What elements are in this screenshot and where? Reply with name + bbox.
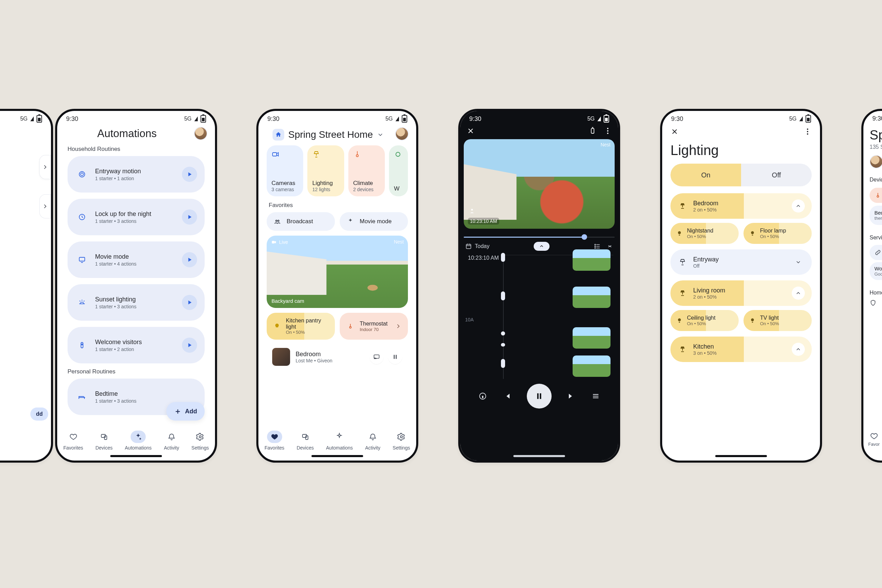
phone-partial-right: 9:30 Sp 135 S Device Bed ther Servic (861, 109, 882, 463)
page-title: Automations (65, 128, 189, 140)
play-icon[interactable] (182, 167, 197, 182)
routine-welcome[interactable]: Welcome visitors1 starter • 2 action (68, 327, 205, 363)
edge-left-add[interactable]: dd (36, 411, 43, 417)
light-floorlamp[interactable]: Floor lampOn • 50% (744, 223, 812, 244)
svg-rect-15 (272, 241, 274, 243)
tab-settings[interactable]: Settings (393, 430, 410, 450)
bulb-icon (273, 322, 281, 331)
more-icon[interactable] (804, 128, 812, 136)
routine-lockup[interactable]: Lock up for the night1 starter • 3 actio… (68, 199, 205, 235)
condense-icon[interactable] (606, 243, 613, 250)
camera-tile[interactable]: Live Nest Backyard cam (267, 236, 408, 308)
play-icon[interactable] (182, 209, 197, 225)
svg-point-12 (396, 152, 400, 156)
tab-activity[interactable]: Activity (164, 430, 179, 450)
gesture-bar (513, 455, 565, 457)
group-livingroom[interactable]: Living room2 on • 50% (670, 280, 812, 306)
tab-activity[interactable]: Activity (365, 430, 380, 450)
media-card[interactable]: BedroomLost Me • Giveon (267, 345, 408, 369)
cast-icon[interactable] (369, 350, 384, 364)
signal-icon (194, 116, 198, 121)
svg-point-2 (79, 171, 85, 177)
home-title[interactable]: Spring Street Home (288, 129, 373, 140)
svg-point-42 (751, 231, 754, 234)
menu-icon[interactable] (591, 392, 600, 400)
svg-rect-18 (394, 355, 395, 359)
date-picker[interactable]: Today (465, 243, 490, 250)
light-tv[interactable]: TV lightOn • 50% (744, 310, 812, 331)
lamp-icon (677, 288, 688, 298)
avatar[interactable] (395, 127, 409, 141)
scrubber[interactable] (464, 231, 615, 238)
tab-automations[interactable]: Automations (326, 430, 353, 450)
close-icon[interactable] (670, 128, 679, 136)
chip-climate[interactable]: Climate2 devices (348, 146, 385, 196)
add-button[interactable]: ＋Add (166, 402, 205, 421)
album-art (272, 348, 290, 366)
tab-devices[interactable]: Devices (297, 430, 314, 450)
routine-sunset[interactable]: Sunset lighting1 starter • 3 actions (68, 284, 205, 321)
info-icon[interactable] (478, 392, 487, 400)
group-entryway[interactable]: EntrywayOff (670, 249, 812, 275)
status-right: 5G (184, 115, 206, 123)
chevron-up-icon[interactable] (792, 343, 805, 356)
gesture-bar (312, 455, 363, 457)
routine-movie[interactable]: Movie mode1 starter • 4 actions (68, 242, 205, 278)
heart-icon[interactable] (870, 432, 878, 440)
group-bedroom[interactable]: Bedroom2 on • 50% (670, 193, 812, 219)
timeline-thumb-4[interactable] (573, 356, 610, 377)
bulb-icon (749, 230, 756, 237)
routine-entryway[interactable]: Entryway motion1 starter • 1 action (68, 156, 205, 192)
segment-off[interactable]: Off (741, 164, 812, 186)
collapse-toggle[interactable] (534, 242, 549, 251)
doorbell-icon (75, 338, 89, 352)
tab-devices[interactable]: Devices (95, 430, 112, 450)
video-player[interactable]: Nest 10:23:10 AM (464, 139, 615, 229)
avatar[interactable] (194, 127, 207, 140)
battery-saver-icon[interactable] (588, 127, 597, 135)
camera-icon (272, 150, 280, 159)
avatar[interactable] (870, 155, 882, 168)
nest-label: Nest (394, 239, 404, 244)
chip-lighting[interactable]: Lighting12 lights (308, 146, 344, 196)
tab-automations[interactable]: Automations (125, 430, 152, 450)
svg-point-25 (607, 130, 609, 132)
svg-point-35 (807, 129, 808, 130)
chip-partial[interactable]: W (389, 146, 408, 196)
group-kitchen[interactable]: Kitchen3 on • 50% (670, 336, 812, 362)
timeline-thumb-2[interactable] (573, 286, 610, 308)
light-ceiling[interactable]: Ceiling lightOn • 50% (670, 310, 739, 331)
close-icon[interactable] (466, 127, 475, 135)
chip-cameras[interactable]: Cameras3 cameras (267, 146, 303, 196)
play-icon[interactable] (182, 338, 197, 353)
play-icon[interactable] (182, 252, 197, 267)
chevron-down-icon[interactable] (792, 256, 805, 268)
pause-button[interactable] (527, 384, 552, 408)
next-icon[interactable] (567, 392, 576, 400)
chevron-up-icon[interactable] (792, 200, 805, 213)
segment-on[interactable]: On (670, 164, 741, 186)
pause-icon[interactable] (388, 350, 402, 364)
kitchen-card[interactable]: Kitchen pantry lightOn • 50% (267, 313, 335, 340)
thermostat-card[interactable]: ThermostatIndoor 70 (340, 313, 408, 340)
list-icon[interactable] (594, 243, 601, 250)
chevron-down-icon[interactable] (377, 131, 384, 138)
on-off-segment[interactable]: On Off (670, 164, 812, 186)
live-badge: Live (271, 239, 288, 245)
svg-point-9 (199, 436, 201, 438)
chevron-up-icon[interactable] (792, 286, 805, 300)
light-nightstand[interactable]: NightstandOn • 50% (670, 223, 739, 244)
prev-icon[interactable] (502, 392, 511, 400)
moviemode-card[interactable]: Movie mode (340, 212, 408, 231)
timeline-thumb-3[interactable] (573, 327, 610, 349)
svg-point-27 (471, 209, 473, 210)
home-icon[interactable] (273, 129, 284, 141)
more-icon[interactable] (604, 127, 612, 135)
svg-point-26 (607, 133, 609, 134)
play-icon[interactable] (182, 295, 197, 310)
broadcast-card[interactable]: Broadcast (267, 212, 335, 231)
tab-favorites[interactable]: Favorites (63, 430, 83, 450)
tab-settings[interactable]: Settings (192, 430, 209, 450)
tab-favorites[interactable]: Favorites (265, 430, 285, 450)
timeline-thumb-1[interactable] (573, 249, 610, 271)
